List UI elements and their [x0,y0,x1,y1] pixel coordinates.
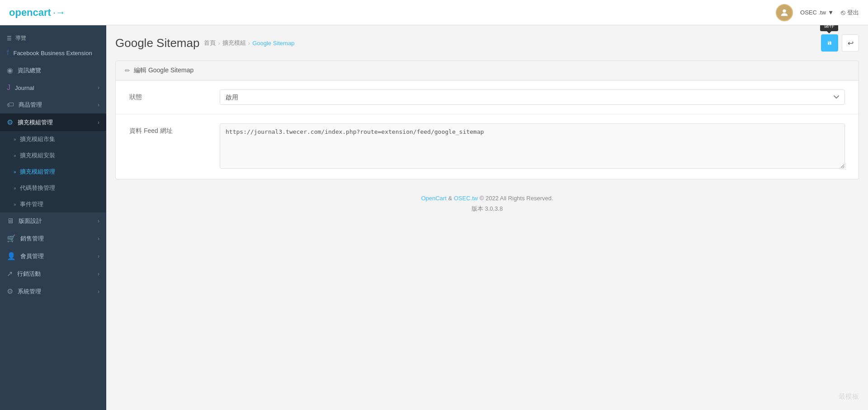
breadcrumb-current: Google Sitemap [252,40,294,47]
share-icon: ↗ [7,269,13,278]
footer: OpenCart & OSEC.tw © 2022 All Rights Res… [115,179,859,223]
sidebar-sub-label-install: 擴充模組安裝 [20,151,55,160]
sidebar-item-product[interactable]: 🏷 商品管理 › [0,96,106,113]
sidebar-label-marketing: 行銷活動 [17,270,41,278]
sidebar-item-design[interactable]: 🖥 版面設計 › [0,212,106,230]
user-name[interactable]: OSEC .tw ▼ [800,9,834,16]
chart-icon: ◉ [7,66,13,75]
save-button[interactable] [821,34,838,52]
puzzle-icon: ⚙ [7,118,13,127]
footer-opencart-link[interactable]: OpenCart [421,195,446,202]
sub-dot-manage: » [14,170,16,174]
breadcrumb-sep-2: › [248,40,250,47]
sidebar-sub-manage[interactable]: » 擴充模組管理 [0,164,106,180]
breadcrumb-extension[interactable]: 擴充模組 [222,39,246,47]
sub-dot-market: » [14,137,16,142]
save-icon [827,39,832,47]
form-card-header: ✏ 編輯 Google Sitemap [116,61,859,80]
topbar-right: OSEC .tw ▼ ⎋ 登出 [776,4,859,21]
cart-icon: 🛒 [7,234,16,243]
footer-separator: & [448,195,453,202]
sidebar-item-extension[interactable]: ⚙ 擴充模組管理 › [0,113,106,131]
sidebar-label-design: 版面設計 [19,217,42,225]
sub-dot-event: » [14,202,16,207]
sub-dot-install: » [14,153,16,158]
sidebar-sub-extension: » 擴充模組市集 » 擴充模組安裝 » 擴充模組管理 » 代碼替換管理 » 事件… [0,131,106,212]
sidebar-label-extension: 擴充模組管理 [18,118,53,127]
sidebar-sub-market[interactable]: » 擴充模組市集 [0,131,106,147]
sidebar-label-system: 系統管理 [18,287,41,296]
form-body: 狀態 啟用 停用 資料 Feed 網址 https://journal3.twe… [116,80,859,179]
extension-arrow-icon: › [98,119,99,126]
page-header: Google Sitemap 首頁 › 擴充模組 › Google Sitema… [115,34,859,52]
sidebar-sub-label-manage: 擴充模組管理 [20,168,55,176]
menu-icon: ☰ [7,35,12,42]
status-control: 啟用 停用 [220,90,845,105]
footer-rights: © 2022 All Rights Reserved. [480,195,553,202]
logo-text: opencart [9,7,51,19]
logo[interactable]: opencart ·→ [9,7,66,19]
footer-version: 版本 3.0.3.8 [124,203,850,214]
main-content: Google Sitemap 首頁 › 擴充模組 › Google Sitema… [106,25,868,410]
journal-arrow-icon: › [98,85,99,91]
feed-textarea[interactable]: https://journal3.twecer.com/index.php?ro… [220,123,845,169]
topbar: opencart ·→ OSEC .tw ▼ ⎋ 登出 [0,0,868,25]
gear-icon: ⚙ [7,287,13,296]
layout: ☰ 導覽 f Facebook Business Extension ◉ 資訊總… [0,25,868,410]
form-card: ✏ 編輯 Google Sitemap 狀態 啟用 停用 資料 Feed [115,61,859,179]
footer-osec-link[interactable]: OSEC.tw [454,195,478,202]
facebook-icon: f [7,49,9,57]
sidebar-label-sales: 銷售管理 [20,235,44,243]
logo-cart-icon: ·→ [53,7,66,19]
feed-label: 資料 Feed 網址 [129,123,220,135]
sidebar-item-marketing[interactable]: ↗ 行銷活動 › [0,265,106,283]
sidebar-label-journal: Journal [15,85,34,91]
page-actions: 儲存 ↩ [821,34,859,52]
sidebar-sub-label-replace: 代碼替換管理 [20,184,55,192]
product-arrow-icon: › [98,102,99,108]
form-row-feed: 資料 Feed 網址 https://journal3.twecer.com/i… [116,114,859,179]
logout-icon: ⎋ [841,9,845,17]
edit-icon: ✏ [125,67,130,74]
page-title-area: Google Sitemap 首頁 › 擴充模組 › Google Sitema… [115,36,294,50]
svg-point-0 [783,9,786,12]
sidebar-item-journal[interactable]: J Journal › [0,79,106,96]
sidebar-label-product: 商品管理 [19,101,42,109]
marketing-arrow-icon: › [98,271,99,277]
design-arrow-icon: › [98,218,99,224]
nav-label: ☰ 導覽 [0,30,106,44]
breadcrumb: 首頁 › 擴充模組 › Google Sitemap [204,39,294,47]
sidebar-item-members[interactable]: 👤 會員管理 › [0,247,106,265]
sidebar-item-info[interactable]: ◉ 資訊總覽 [0,61,106,79]
sidebar-sub-label-market: 擴充模組市集 [20,135,55,143]
sidebar: ☰ 導覽 f Facebook Business Extension ◉ 資訊總… [0,25,106,410]
status-label: 狀態 [129,90,220,101]
dropdown-icon: ▼ [828,9,834,16]
sidebar-label-members: 會員管理 [20,252,44,260]
breadcrumb-home[interactable]: 首頁 [204,39,216,47]
sidebar-item-sales[interactable]: 🛒 銷售管理 › [0,230,106,247]
avatar [776,4,793,21]
journal-icon: J [7,84,10,92]
sidebar-sub-replace[interactable]: » 代碼替換管理 [0,180,106,196]
user-icon: 👤 [7,252,16,260]
back-icon: ↩ [848,39,854,47]
members-arrow-icon: › [98,253,99,259]
sidebar-item-facebook[interactable]: f Facebook Business Extension [0,44,106,61]
feed-control: https://journal3.twecer.com/index.php?ro… [220,123,845,170]
breadcrumb-sep-1: › [218,40,220,47]
form-row-status: 狀態 啟用 停用 [116,80,859,114]
logout-button[interactable]: ⎋ 登出 [841,9,859,17]
back-button[interactable]: ↩ [842,34,859,52]
sidebar-sub-install[interactable]: » 擴充模組安裝 [0,147,106,164]
tag-icon: 🏷 [7,101,14,109]
status-select[interactable]: 啟用 停用 [220,90,845,105]
sidebar-item-system[interactable]: ⚙ 系統管理 › [0,283,106,300]
sidebar-sub-event[interactable]: » 事件管理 [0,196,106,212]
sidebar-label-info: 資訊總覽 [18,66,41,75]
sidebar-label-facebook: Facebook Business Extension [13,50,92,57]
system-arrow-icon: › [98,288,99,295]
sidebar-sub-label-event: 事件管理 [20,200,43,208]
page-title: Google Sitemap [115,36,199,50]
form-section-title: 編輯 Google Sitemap [134,66,193,75]
